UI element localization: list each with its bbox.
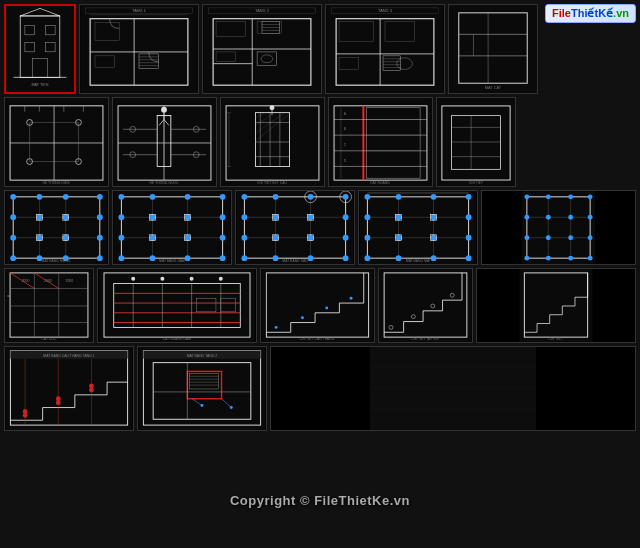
drawing-cell-2-4[interactable]: A B C D CAT NGANG [328, 97, 433, 187]
drawing-cell-3-3[interactable]: MAT BANG SAN [235, 190, 355, 265]
drawing-cell-3-2[interactable]: MAT BANG DAM [112, 190, 232, 265]
drawing-cell-2-3[interactable]: CHI TIET KET CAU [220, 97, 325, 187]
svg-rect-376 [139, 347, 266, 430]
svg-rect-328 [379, 269, 471, 342]
svg-point-242 [364, 235, 370, 241]
svg-point-213 [241, 235, 247, 241]
drawing-cell-4-1[interactable]: 2000 2000 2000 H CAT DOC [4, 268, 94, 343]
drawing-cell-5-2[interactable]: MAT BANG TANG 2 [137, 346, 267, 431]
svg-text:TANG 2: TANG 2 [255, 8, 269, 13]
cad-svg-3-2: MAT BANG DAM [113, 191, 231, 264]
svg-text:MAT BANG MAI: MAT BANG MAI [406, 259, 430, 263]
svg-point-322 [275, 326, 278, 329]
cad-svg-3-4: MAT BANG MAI [359, 191, 477, 264]
svg-point-209 [241, 214, 247, 220]
cad-svg-1-4: TANG 3 [326, 5, 444, 93]
logo-vn: .vn [613, 7, 629, 19]
drawing-row-5: MAT BANG CAU THANG TANG 1 MAT BANG TANG … [4, 346, 636, 431]
svg-text:CHI TIET TAY VIN: CHI TIET TAY VIN [411, 337, 439, 341]
drawing-cell-4-5[interactable]: CHI TIET [476, 268, 636, 343]
svg-point-265 [546, 194, 551, 199]
svg-point-238 [364, 214, 370, 220]
svg-point-266 [568, 194, 573, 199]
svg-point-215 [308, 235, 314, 241]
svg-point-236 [431, 194, 437, 200]
logo-badge[interactable]: FileThiếtKế.vn [545, 4, 636, 23]
drawing-cell-3-1[interactable]: MAT BANG MONG [4, 190, 109, 265]
cad-svg-3-1: MAT BANG MONG [5, 191, 108, 264]
svg-point-189 [220, 235, 226, 241]
cad-svg-1-2: TANG 1 [80, 5, 198, 93]
svg-point-247 [396, 255, 402, 261]
cad-svg-2-3: CHI TIET KET CAU [221, 98, 324, 186]
svg-point-180 [185, 194, 191, 200]
svg-text:HE THONG DIEN: HE THONG DIEN [43, 181, 71, 185]
svg-text:CAT NGANG DAM: CAT NGANG DAM [163, 337, 191, 341]
svg-point-158 [97, 214, 103, 220]
svg-point-162 [97, 235, 103, 241]
svg-point-267 [588, 194, 593, 199]
cad-svg-2-4: A B C D CAT NGANG [329, 98, 432, 186]
cad-svg-4-5: CHI TIET [477, 269, 635, 342]
drawing-cell-5-3[interactable] [270, 346, 636, 431]
drawing-cell-2-2[interactable]: HE THONG NUOC [112, 97, 217, 187]
drawing-cell-1-1[interactable]: MAT TIEN [4, 4, 76, 94]
svg-point-186 [118, 235, 124, 241]
svg-point-268 [524, 215, 529, 220]
svg-point-214 [273, 235, 279, 241]
svg-point-264 [524, 194, 529, 199]
svg-point-273 [546, 235, 551, 240]
logo-ke: Kế [598, 7, 613, 19]
svg-point-305 [131, 277, 135, 281]
svg-point-179 [150, 194, 156, 200]
svg-text:2000: 2000 [44, 279, 52, 283]
drawing-cell-4-2[interactable]: CAT NGANG DAM [97, 268, 257, 343]
svg-rect-0 [6, 7, 74, 92]
svg-point-94 [161, 107, 167, 113]
drawing-cell-1-2[interactable]: TANG 1 [79, 4, 199, 94]
svg-point-183 [150, 214, 156, 220]
svg-point-160 [37, 235, 43, 241]
cad-svg-5-1: MAT BANG CAU THANG TANG 1 [5, 347, 133, 430]
svg-point-210 [273, 214, 279, 220]
svg-point-192 [185, 255, 191, 261]
svg-rect-172 [114, 191, 231, 264]
drawing-row-1: MAT TIEN TANG 1 [4, 4, 636, 94]
svg-point-248 [431, 255, 437, 261]
cad-svg-2-5: CHI TIET [437, 98, 515, 186]
svg-rect-199 [237, 191, 354, 264]
cad-svg-1-5: MAT CAT [449, 5, 537, 93]
cad-svg-4-4: CHI TIET TAY VIN [379, 269, 472, 342]
svg-point-153 [63, 194, 69, 200]
svg-point-208 [343, 194, 349, 200]
drawing-cell-4-4[interactable]: CHI TIET TAY VIN [378, 268, 473, 343]
drawing-cell-1-5[interactable]: MAT CAT [448, 4, 538, 94]
svg-point-181 [220, 194, 226, 200]
svg-text:MAT BANG CAU THANG TANG 1: MAT BANG CAU THANG TANG 1 [43, 354, 94, 358]
svg-point-306 [160, 277, 164, 281]
drawing-cell-2-5[interactable]: CHI TIET [436, 97, 516, 187]
svg-text:MAT BANG TANG 2: MAT BANG TANG 2 [187, 354, 218, 358]
svg-point-249 [466, 255, 472, 261]
svg-point-157 [63, 214, 69, 220]
svg-rect-145 [5, 191, 107, 264]
svg-rect-312 [262, 269, 374, 342]
drawing-cell-3-5[interactable] [481, 190, 636, 265]
logo-thiet: Thiết [571, 7, 598, 19]
svg-point-166 [97, 255, 103, 261]
svg-point-271 [588, 215, 593, 220]
svg-point-235 [396, 194, 402, 200]
drawing-cell-3-4[interactable]: MAT BANG MAI [358, 190, 478, 265]
drawing-cell-1-3[interactable]: TANG 2 [202, 4, 322, 94]
svg-point-275 [588, 235, 593, 240]
svg-point-277 [546, 256, 551, 261]
drawing-cell-5-1[interactable]: MAT BANG CAU THANG TANG 1 [4, 346, 134, 431]
drawing-cell-4-3[interactable]: CHI TIET CAU THANG [260, 268, 375, 343]
svg-point-307 [190, 277, 194, 281]
drawing-cell-1-4[interactable]: TANG 3 [325, 4, 445, 94]
drawing-row-2: HE THONG DIEN [4, 97, 636, 187]
svg-point-243 [396, 235, 402, 241]
drawing-cell-2-1[interactable]: HE THONG DIEN [4, 97, 109, 187]
svg-point-272 [524, 235, 529, 240]
drawing-row-4: 2000 2000 2000 H CAT DOC [4, 268, 636, 343]
